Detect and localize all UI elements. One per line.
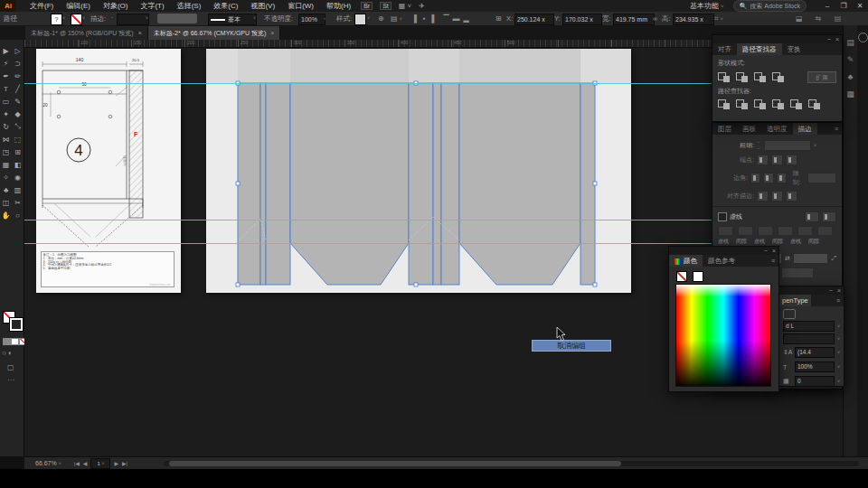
stroke-stepper[interactable]: ⌃⌄ xyxy=(110,14,115,23)
menu-item[interactable]: 文字(T) xyxy=(134,1,170,11)
stroke-weight-caret-icon[interactable]: ˅ xyxy=(146,14,148,23)
symbols-icon[interactable]: ♣ xyxy=(848,72,854,81)
tab-color-guide[interactable]: 颜色参考 xyxy=(703,255,741,267)
style-caret-icon[interactable]: ˅ xyxy=(837,336,840,342)
draw-mode-icons[interactable]: ○◐ xyxy=(2,349,14,357)
toolbar-more-icon[interactable]: ⋯ xyxy=(7,376,14,384)
ungroup-menu-item[interactable]: 取消编组 xyxy=(532,340,611,352)
exclude-icon[interactable] xyxy=(772,72,784,82)
dash-field[interactable] xyxy=(797,226,813,236)
menu-item[interactable]: 帮助(H) xyxy=(320,1,357,11)
horizontal-scrollbar[interactable] xyxy=(164,461,859,466)
style-swatch[interactable] xyxy=(354,14,366,25)
width-field[interactable]: 419.75 mm xyxy=(613,14,655,25)
weight-caret-icon[interactable]: ˅ xyxy=(814,143,816,148)
line-tool[interactable]: ╱ xyxy=(12,82,24,95)
x-field[interactable]: 250.124 x xyxy=(514,14,554,25)
hand-tool[interactable]: ✋ xyxy=(0,209,12,221)
share-icon[interactable]: ✈ xyxy=(419,2,425,10)
gradient-tool[interactable]: ◧ xyxy=(12,158,24,171)
miter-join-icon[interactable] xyxy=(750,173,760,183)
fill-swatch[interactable]: ? xyxy=(51,14,62,25)
tab-color[interactable]: 颜色 xyxy=(669,255,703,267)
merge-icon[interactable] xyxy=(754,99,766,109)
limit-field[interactable] xyxy=(807,173,836,183)
tab-artboards[interactable]: 画板 xyxy=(737,123,761,135)
leading-field[interactable]: (14.4 xyxy=(795,347,835,358)
rotate-tool[interactable]: ↻ xyxy=(0,120,12,133)
minus-back-icon[interactable] xyxy=(808,99,820,109)
creative-cloud-icon[interactable] xyxy=(858,33,868,42)
height-field[interactable]: 234.935 x xyxy=(673,14,714,25)
stroke-swatch[interactable] xyxy=(71,14,82,25)
panel-menu-icon[interactable]: ≡ xyxy=(833,295,844,306)
menu-item[interactable]: 选择(S) xyxy=(171,1,208,11)
magic-wand-tool[interactable]: ⚡ xyxy=(0,57,12,70)
divide-icon[interactable] xyxy=(718,99,730,109)
fill-none-swatch[interactable] xyxy=(676,271,687,282)
next-artboard-icon[interactable]: ▶ xyxy=(114,460,118,466)
weight-field[interactable] xyxy=(764,140,811,151)
libraries-icon[interactable]: ▦ xyxy=(846,89,854,99)
menu-item[interactable]: 文件(F) xyxy=(24,1,60,11)
type-tool[interactable]: T xyxy=(0,82,12,95)
close-icon[interactable]: × xyxy=(837,286,841,295)
gap-field[interactable] xyxy=(778,226,793,236)
stroke-white-swatch[interactable] xyxy=(693,271,703,282)
swap-arrows-icon[interactable]: ⇄ xyxy=(785,255,790,262)
symbol-sprayer-tool[interactable]: ♣ xyxy=(0,183,12,196)
y-field[interactable]: 170.032 x xyxy=(562,14,602,25)
layout-switcher-icon[interactable]: ▦ ˅ xyxy=(399,2,411,10)
close-button[interactable]: ✕ xyxy=(852,2,868,10)
tab-layers[interactable]: 图层 xyxy=(712,123,737,135)
menu-item[interactable]: 效果(C) xyxy=(207,1,244,11)
artboard-1[interactable]: 140 20.5 50 20 4 xyxy=(36,49,181,293)
close-icon[interactable]: × xyxy=(835,35,839,43)
arrow-link-icon[interactable]: ⤢ xyxy=(831,255,836,262)
artboard-2[interactable] xyxy=(206,49,631,293)
arrow-end-select[interactable] xyxy=(793,253,829,264)
preserve-dash-icon[interactable] xyxy=(805,211,819,222)
guide-line[interactable] xyxy=(24,243,712,244)
bevel-join-icon[interactable] xyxy=(777,173,787,183)
round-join-icon[interactable] xyxy=(763,173,773,183)
opacity-expand-icon[interactable]: › xyxy=(324,14,326,23)
font-style-select[interactable] xyxy=(783,333,835,344)
stroke-color-swatch[interactable] xyxy=(10,318,23,331)
brush-caret-icon[interactable]: ˅ xyxy=(253,14,256,23)
butt-cap-icon[interactable] xyxy=(757,155,769,165)
color-mode-icon[interactable] xyxy=(3,338,11,345)
pen-tool[interactable]: ✒ xyxy=(0,70,12,82)
tab-opentype[interactable]: penType xyxy=(779,295,811,306)
style-caret-icon[interactable]: ˅ xyxy=(367,14,370,23)
menu-item[interactable]: 窗口(W) xyxy=(281,1,320,11)
workspace-switcher[interactable]: 基本功能 ˅ xyxy=(690,1,724,11)
dash-field[interactable] xyxy=(718,226,733,236)
restore-button[interactable]: ❐ xyxy=(835,2,852,10)
vertical-scale-field[interactable]: 100% xyxy=(795,361,835,372)
zoom-tool[interactable]: ○ xyxy=(12,209,24,221)
scale-end-field[interactable] xyxy=(781,267,814,278)
align-dash-icon[interactable] xyxy=(822,211,836,222)
direct-selection-tool[interactable]: ▷ xyxy=(12,44,24,57)
tab-close-icon[interactable]: × xyxy=(270,30,274,36)
minus-front-icon[interactable] xyxy=(736,72,748,82)
leading-caret-icon[interactable]: ˅ xyxy=(837,350,840,355)
collapse-icon[interactable]: − xyxy=(764,247,768,255)
tracking-field[interactable]: 0 xyxy=(795,376,835,387)
projecting-cap-icon[interactable] xyxy=(786,155,797,165)
tab-transparency[interactable]: 透明度 xyxy=(761,123,793,135)
outline-icon[interactable] xyxy=(790,99,802,109)
vscale-caret-icon[interactable]: ˅ xyxy=(837,364,840,370)
trim-icon[interactable] xyxy=(736,99,748,109)
width-tool[interactable]: ⋈ xyxy=(0,133,12,145)
slice-tool[interactable]: ✂ xyxy=(12,196,24,209)
align-inside-icon[interactable] xyxy=(771,191,783,202)
guide-line[interactable] xyxy=(24,220,712,221)
selection-tool[interactable]: ▶ xyxy=(0,44,12,57)
align-buttons[interactable]: ▌▪▐ ▔▬▂ xyxy=(414,14,473,23)
scrollbar-thumb[interactable] xyxy=(169,461,621,466)
unite-icon[interactable] xyxy=(718,72,730,82)
round-cap-icon[interactable] xyxy=(771,155,783,165)
bridge-icon[interactable]: Br xyxy=(361,2,373,10)
